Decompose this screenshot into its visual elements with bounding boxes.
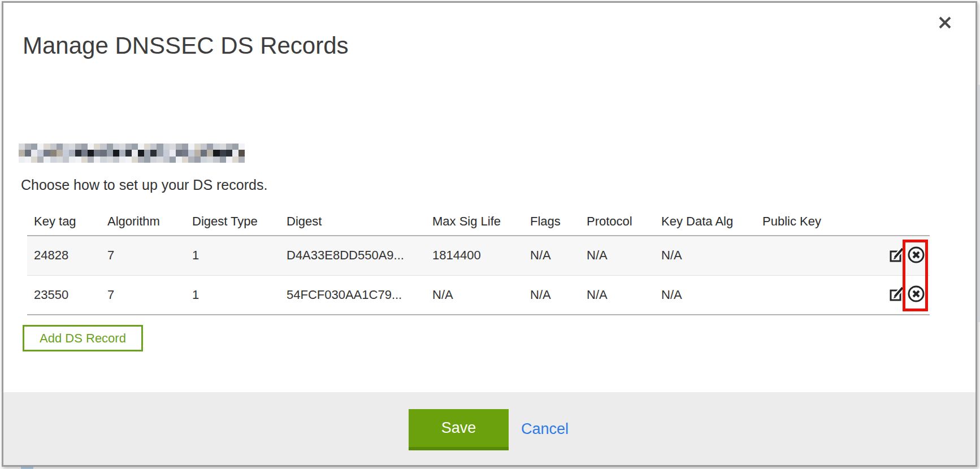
- instruction-text: Choose how to set up your DS records.: [21, 177, 267, 193]
- cell-algorithm: 7: [101, 236, 185, 275]
- cell-digest: 54FCF030AA1C79...: [280, 275, 426, 315]
- cell-digest: D4A33E8DD550A9...: [280, 236, 426, 275]
- cell-protocol: N/A: [580, 236, 654, 275]
- col-header-max-sig-life: Max Sig Life: [426, 208, 523, 236]
- cell-digest-type: 1: [185, 275, 280, 315]
- table-row: 23550 7 1 54FCF030AA1C79... N/A N/A N/A …: [27, 275, 930, 315]
- cell-protocol: N/A: [580, 275, 654, 315]
- edit-pencil-square-icon: [888, 246, 905, 266]
- add-ds-record-button[interactable]: Add DS Record: [23, 325, 143, 351]
- col-header-key-tag: Key tag: [27, 208, 101, 236]
- col-header-digest-type: Digest Type: [185, 208, 280, 236]
- col-header-public-key: Public Key: [756, 208, 840, 236]
- col-header-key-data-alg: Key Data Alg: [654, 208, 756, 236]
- ds-records-table: Key tag Algorithm Digest Type Digest Max…: [27, 208, 930, 315]
- cell-actions: [840, 236, 930, 275]
- cell-key-tag: 23550: [27, 275, 101, 315]
- cell-flags: N/A: [523, 275, 580, 315]
- cell-actions: [840, 275, 930, 315]
- manage-dnssec-dialog: Manage DNSSEC DS Records Choose how to s…: [2, 1, 977, 467]
- cell-flags: N/A: [523, 236, 580, 275]
- delete-record-button[interactable]: [907, 285, 925, 305]
- dialog-footer: Save Cancel: [3, 392, 975, 465]
- cell-public-key: [756, 236, 840, 275]
- cell-key-data-alg: N/A: [654, 275, 756, 315]
- save-button[interactable]: Save: [409, 409, 509, 450]
- table-header-row: Key tag Algorithm Digest Type Digest Max…: [27, 208, 930, 236]
- close-icon: [937, 15, 953, 32]
- ds-records-table-wrap: Key tag Algorithm Digest Type Digest Max…: [27, 208, 930, 315]
- cell-key-data-alg: N/A: [654, 236, 756, 275]
- col-header-protocol: Protocol: [580, 208, 654, 236]
- cell-key-tag: 24828: [27, 236, 101, 275]
- col-header-digest: Digest: [280, 208, 426, 236]
- cell-algorithm: 7: [101, 275, 185, 315]
- cell-public-key: [756, 275, 840, 315]
- col-header-actions: [840, 208, 930, 236]
- table-row: 24828 7 1 D4A33E8DD550A9... 1814400 N/A …: [27, 236, 930, 275]
- col-header-algorithm: Algorithm: [101, 208, 185, 236]
- edit-record-button[interactable]: [888, 285, 905, 305]
- cell-digest-type: 1: [185, 236, 280, 275]
- dialog-title: Manage DNSSEC DS Records: [23, 32, 349, 59]
- cell-max-sig-life: 1814400: [426, 236, 523, 275]
- delete-circle-x-icon: [907, 246, 925, 266]
- close-button[interactable]: [934, 12, 956, 34]
- edit-record-button[interactable]: [888, 246, 905, 266]
- cell-max-sig-life: N/A: [426, 275, 523, 315]
- delete-record-button[interactable]: [907, 246, 925, 266]
- edit-pencil-square-icon: [888, 285, 905, 305]
- cancel-link[interactable]: Cancel: [521, 420, 569, 438]
- col-header-flags: Flags: [523, 208, 580, 236]
- delete-circle-x-icon: [907, 285, 925, 305]
- redacted-domain-name: [19, 144, 245, 163]
- background-page-fragment: [21, 467, 33, 469]
